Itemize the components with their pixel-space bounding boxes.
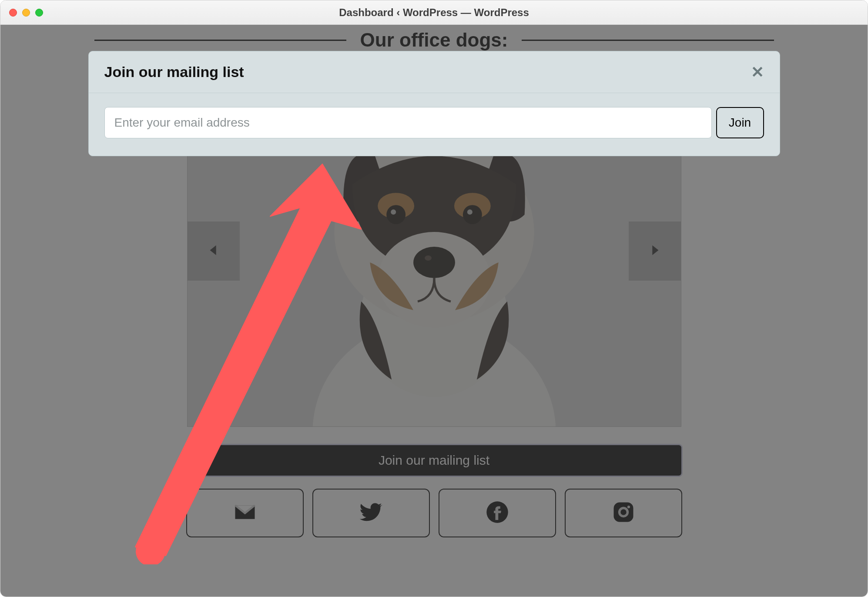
modal-header: Join our mailing list ✕ <box>89 51 780 93</box>
fullscreen-window-button[interactable] <box>35 9 43 17</box>
minimize-window-button[interactable] <box>22 9 30 17</box>
modal-close-button[interactable]: ✕ <box>751 64 764 80</box>
traffic-lights <box>9 9 43 17</box>
mailing-list-modal: Join our mailing list ✕ Join <box>88 51 780 156</box>
close-window-button[interactable] <box>9 9 17 17</box>
join-button[interactable]: Join <box>716 107 764 138</box>
modal-body: Join <box>89 93 780 156</box>
email-input[interactable] <box>104 107 712 138</box>
window-title: Dashboard ‹ WordPress — WordPress <box>0 7 868 19</box>
app-window: Dashboard ‹ WordPress — WordPress Our of… <box>0 0 868 597</box>
modal-title: Join our mailing list <box>104 64 244 80</box>
titlebar: Dashboard ‹ WordPress — WordPress <box>0 0 868 25</box>
join-button-label: Join <box>729 116 751 130</box>
close-icon: ✕ <box>751 63 764 81</box>
page: Our office dogs: <box>0 25 868 597</box>
